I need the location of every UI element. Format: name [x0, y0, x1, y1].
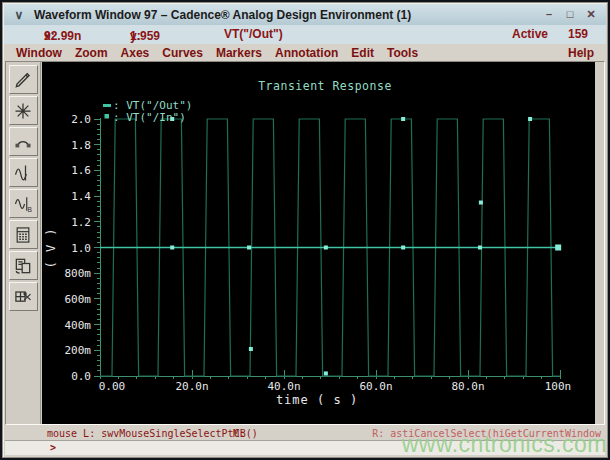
menu-items: WindowZoomAxesCurvesMarkersAnnotationEdi… [4, 46, 418, 60]
menu-axes[interactable]: Axes [121, 46, 150, 60]
window-menu-icon[interactable]: ∨ [10, 7, 28, 22]
svg-text:B: B [28, 205, 33, 212]
menu-zoom[interactable]: Zoom [75, 46, 108, 60]
close-icon[interactable]: ✕ [584, 8, 598, 21]
y-axis-label: ( V ) [44, 227, 58, 268]
y-tick-labels: 2.01.81.61.41.21.0800m600m400m200m0.0 [65, 113, 92, 383]
svg-text:600m: 600m [65, 293, 92, 306]
plot-legend: : VT("/Out"): VT("/In") [103, 99, 192, 124]
marker-wave-icon[interactable] [9, 158, 38, 187]
title-bar[interactable]: ∨ Waveform Window 97 – Cadence® Analog D… [4, 4, 606, 26]
active-count: 159 [568, 27, 588, 41]
menu-markers[interactable]: Markers [216, 46, 262, 60]
svg-text:1.4: 1.4 [71, 190, 91, 203]
x-tick-labels: 0.0020.0n40.0n60.0n80.0n100n [99, 380, 572, 393]
svg-text:100n: 100n [545, 380, 572, 393]
waveform-window: ∨ Waveform Window 97 – Cadence® Analog D… [2, 2, 608, 458]
plot-canvas[interactable]: 2.01.81.61.41.21.0800m600m400m200m0.00.0… [42, 62, 595, 424]
window-title: Waveform Window 97 – Cadence® Analog Des… [34, 8, 411, 22]
copy-window-icon[interactable] [9, 251, 38, 280]
svg-text:200m: 200m [65, 344, 92, 357]
probe-pen-icon[interactable] [9, 65, 38, 94]
spectrum-sine-b-icon[interactable]: B [9, 189, 38, 218]
zoom-fit-star-icon[interactable] [9, 96, 38, 125]
menu-curves[interactable]: Curves [162, 46, 203, 60]
status-mouse-left-binding: mouse L: swvMouseSingleSelectPtCB() [47, 428, 258, 439]
cursor-readout-bar: x: 92.99n y: 1.959 VT("/Out") Active 159 [4, 25, 606, 45]
svg-text:1.0: 1.0 [71, 242, 91, 255]
svg-text:2.0: 2.0 [71, 113, 91, 126]
svg-text:1.6: 1.6 [71, 164, 91, 177]
menu-tools[interactable]: Tools [387, 46, 418, 60]
legend-entry-1[interactable]: : VT("/In") [113, 111, 186, 124]
svg-text:0.0: 0.0 [71, 370, 91, 383]
maximize-icon[interactable]: □ [563, 8, 577, 21]
svg-text:40.0n: 40.0n [267, 380, 300, 393]
svg-text:60.0n: 60.0n [359, 380, 392, 393]
svg-text:20.0n: 20.0n [175, 380, 208, 393]
menu-window[interactable]: Window [16, 46, 62, 60]
main-area: B 2.0 [5, 61, 605, 425]
svg-text:1.8: 1.8 [71, 139, 91, 152]
status-mouse-middle-binding: M: [233, 428, 245, 439]
svg-text:1.2: 1.2 [71, 216, 91, 229]
menu-annotation[interactable]: Annotation [275, 46, 338, 60]
svg-text:80.0n: 80.0n [451, 380, 484, 393]
menu-help[interactable]: Help [568, 46, 594, 60]
waveform-plot[interactable]: 2.01.81.61.41.21.0800m600m400m200m0.00.0… [42, 62, 595, 424]
plot-title: Transient Response [258, 79, 392, 93]
window-controls: – □ ✕ [542, 8, 598, 21]
active-label: Active [512, 27, 548, 41]
left-toolbar: B [6, 62, 41, 424]
minimize-icon[interactable]: – [542, 8, 556, 21]
svg-text:800m: 800m [65, 267, 92, 280]
svg-text:0.00: 0.00 [99, 380, 126, 393]
cli-prompt: > [50, 442, 56, 453]
svg-text:400m: 400m [65, 319, 92, 332]
watermark-text: www.cntronics.com [402, 431, 607, 458]
x-axis-label: time ( s ) [276, 393, 358, 407]
menu-edit[interactable]: Edit [351, 46, 374, 60]
calculator-icon[interactable] [9, 220, 38, 249]
strip-mode-icon[interactable] [9, 127, 38, 156]
selected-signal-readout: VT("/Out") [224, 27, 283, 41]
delete-subwindow-icon[interactable] [9, 282, 38, 311]
menu-bar: WindowZoomAxesCurvesMarkersAnnotationEdi… [4, 44, 606, 61]
